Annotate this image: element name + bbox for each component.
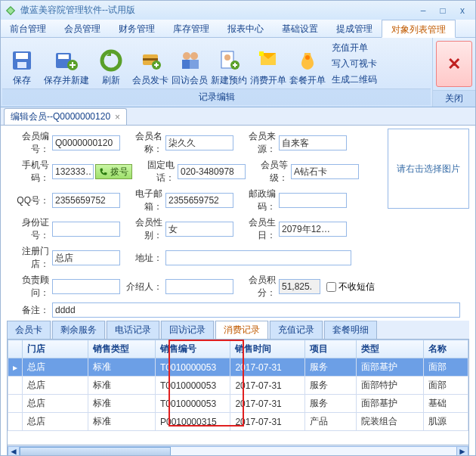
menu-item[interactable]: 财务管理	[110, 20, 164, 37]
ribbon-button[interactable]: 套餐开单	[288, 39, 327, 88]
ribbon-text-action[interactable]: 生成二维码	[332, 72, 377, 88]
ribbon-button[interactable]: 消费开单	[249, 39, 288, 88]
horizontal-scrollbar[interactable]: ◄ ►	[7, 445, 469, 456]
grid-column-header[interactable]: 类型	[357, 340, 424, 358]
ribbon-icon	[54, 48, 79, 73]
ribbon-button[interactable]: 会员发卡	[131, 39, 170, 88]
grid-panel: 门店销售类型销售编号销售时间项目类型名称 总店标准T00100000532017…	[7, 340, 469, 445]
input-member-name[interactable]	[165, 135, 233, 150]
inner-tab[interactable]: 回访记录	[161, 321, 214, 339]
close-icon: ✕	[447, 54, 461, 74]
ribbon-icon	[295, 48, 320, 73]
inner-tab[interactable]: 消费记录	[215, 321, 268, 339]
scroll-track[interactable]	[20, 446, 456, 457]
inner-tab[interactable]: 套餐明细	[324, 321, 377, 339]
ribbon-button[interactable]: 回访会员	[170, 39, 209, 88]
input-qq[interactable]	[52, 193, 120, 208]
ribbon-button-label: 套餐开单	[289, 74, 326, 87]
ribbon-close-label: 关闭	[433, 90, 475, 107]
table-row[interactable]: 总店标准T00100000532017-07-31服务面部基护基础	[8, 395, 468, 413]
input-mobile[interactable]	[52, 164, 94, 179]
svg-marker-20	[259, 51, 264, 56]
image-placeholder[interactable]: 请右击选择图片	[388, 129, 469, 209]
inner-tab[interactable]: 电话记录	[107, 321, 159, 339]
table-row[interactable]: 总店标准T00100000532017-07-31服务面部基护面部	[8, 358, 468, 377]
ribbon-icon	[99, 48, 123, 73]
menu-item[interactable]: 会员管理	[55, 20, 110, 37]
grid-column-header[interactable]: 销售类型	[88, 340, 156, 358]
svg-rect-4	[17, 62, 26, 68]
input-referrer[interactable]	[165, 279, 233, 294]
member-form: 请右击选择图片 会员编号： 会员名称： 会员来源： 手机号码： 拨号 固定电话：…	[1, 126, 475, 456]
menu-item[interactable]: 库存管理	[164, 20, 218, 37]
input-email[interactable]	[165, 193, 233, 208]
input-gender[interactable]	[165, 222, 233, 237]
menu-item[interactable]: 基础设置	[273, 20, 327, 37]
input-remark[interactable]	[52, 302, 460, 318]
label-mobile: 手机号码：	[7, 159, 52, 185]
menu-item[interactable]: 报表中心	[218, 20, 273, 37]
ribbon-close-button[interactable]: ✕	[436, 41, 472, 87]
scroll-right-icon[interactable]: ►	[456, 446, 468, 457]
input-postcode[interactable]	[279, 193, 347, 208]
input-consultant[interactable]	[52, 279, 120, 294]
grid-column-header[interactable]: 门店	[23, 340, 88, 358]
ribbon-icon	[256, 48, 280, 73]
table-row[interactable]: 总店标准P00100003152017-07-31产品院装组合肌源	[8, 413, 468, 431]
ribbon-button[interactable]: 刷新	[91, 39, 131, 88]
ribbon-button-label: 回访会员	[172, 74, 208, 87]
ribbon-button[interactable]: 保存	[2, 39, 42, 88]
close-window-button[interactable]: x	[454, 5, 471, 17]
ribbon: 保存保存并新建刷新会员发卡回访会员新建预约消费开单套餐开单充值开单写入可视卡生成…	[1, 38, 475, 107]
dial-button[interactable]: 拨号	[95, 164, 132, 179]
inner-tab[interactable]: 充值记录	[270, 321, 323, 339]
table-row[interactable]: 总店标准T00100000532017-07-31服务面部特护面部	[8, 377, 468, 395]
input-member-no[interactable]	[52, 135, 120, 150]
ribbon-buttons: 保存保存并新建刷新会员发卡回访会员新建预约消费开单套餐开单充值开单写入可视卡生成…	[2, 39, 431, 88]
input-address[interactable]	[165, 250, 351, 265]
label-consultant: 负责顾问：	[7, 274, 52, 299]
svg-rect-10	[143, 58, 158, 60]
minimize-button[interactable]: –	[415, 5, 431, 17]
checkbox-no-sms[interactable]	[326, 282, 336, 292]
ribbon-button[interactable]: 保存并新建	[42, 39, 91, 88]
inner-tab[interactable]: 会员卡	[7, 321, 51, 339]
ribbon-button-label: 保存并新建	[44, 74, 89, 87]
document-tab[interactable]: 编辑会员--Q0000000120 ×	[4, 108, 127, 125]
svg-rect-3	[16, 53, 28, 59]
input-idcard[interactable]	[52, 222, 120, 237]
grid-column-header[interactable]: 名称	[424, 340, 468, 358]
label-qq: QQ号：	[7, 194, 52, 207]
scroll-left-icon[interactable]: ◄	[8, 446, 20, 457]
title-bar: 傲蓝美容院管理软件--试用版 – □ x	[1, 1, 475, 20]
maximize-button[interactable]: □	[434, 5, 451, 17]
grid-column-header[interactable]: 销售时间	[230, 340, 305, 358]
ribbon-text-action[interactable]: 充值开单	[332, 40, 377, 56]
input-member-level[interactable]	[291, 164, 359, 179]
input-member-source[interactable]	[279, 135, 347, 150]
inner-tab[interactable]: 剩余服务	[52, 321, 105, 339]
grid-column-header[interactable]: 项目	[305, 340, 357, 358]
label-referrer: 介绍人：	[120, 281, 165, 293]
label-remark: 备注：	[7, 304, 52, 317]
input-birthday[interactable]	[279, 222, 347, 237]
menu-item[interactable]: 前台管理	[1, 20, 55, 37]
menu-bar: 前台管理会员管理财务管理库存管理报表中心基础设置提成管理对象列表管理	[1, 20, 475, 38]
ribbon-icon	[217, 48, 241, 73]
input-reg-store[interactable]	[52, 250, 120, 265]
ribbon-text-action[interactable]: 写入可视卡	[332, 56, 377, 72]
menu-item[interactable]: 提成管理	[327, 20, 382, 37]
input-tel[interactable]	[178, 164, 246, 179]
label-postcode: 邮政编码：	[233, 188, 279, 213]
document-tab-close-icon[interactable]: ×	[115, 112, 120, 123]
consumption-grid[interactable]: 门店销售类型销售编号销售时间项目类型名称 总店标准T00100000532017…	[8, 340, 468, 431]
ribbon-icon	[10, 48, 34, 73]
grid-column-header[interactable]: 销售编号	[155, 340, 230, 358]
menu-item[interactable]: 对象列表管理	[382, 20, 456, 38]
ribbon-button-label: 新建预约	[211, 74, 247, 87]
scroll-thumb[interactable]	[20, 447, 171, 456]
inner-tab-strip: 会员卡剩余服务电话记录回访记录消费记录充值记录套餐明细	[7, 321, 469, 340]
ribbon-button[interactable]: 新建预约	[209, 39, 249, 88]
checkbox-no-sms-wrap[interactable]: 不收短信	[326, 281, 375, 293]
label-tel: 固定电话：	[132, 159, 178, 185]
